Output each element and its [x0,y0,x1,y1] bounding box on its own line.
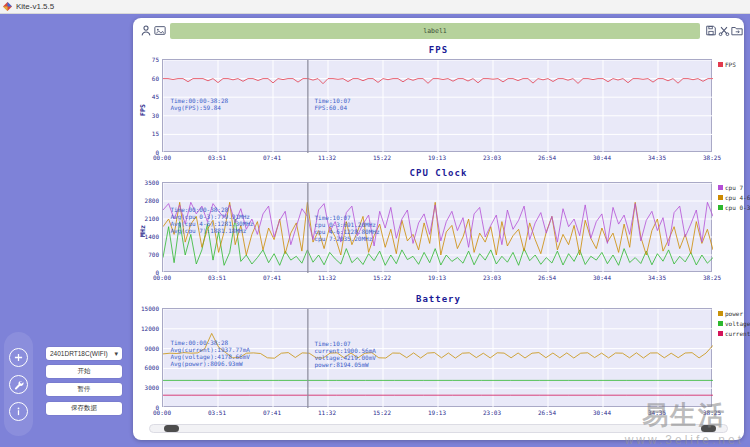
xtick-label: 19:13 [422,409,452,416]
ytick-label: 15000 [133,305,159,312]
xtick-label: 19:13 [422,274,452,281]
xtick-label: 23:03 [477,274,507,281]
xtick-label: 34:35 [642,154,672,161]
chart-title-fps: FPS [133,45,744,55]
y-axis-label-cpu-clock: MHz [139,225,147,237]
info-icon [14,407,23,416]
info-button[interactable] [9,402,28,421]
chevron-down-icon: ▾ [114,350,118,358]
add-button[interactable] [9,348,28,367]
xtick-label: 03:51 [202,274,232,281]
xtick-label: 19:13 [422,154,452,161]
xtick-label: 11:32 [312,154,342,161]
xtick-label: 26:54 [532,274,562,281]
xtick-label: 07:41 [257,274,287,281]
legend-label: cpu 4-6 [725,194,750,201]
legend-swatch [718,311,723,316]
chart-cpu-clock: CPU ClockTime:00:00-38:28Avg(cpu 0-3):77… [133,168,744,284]
xtick-label: 38:25 [697,154,727,161]
legend-item: cpu 4-6 [718,194,750,201]
main-panel: label1 FPSTime:00:00-38:28Avg(FPS):59.84… [133,18,744,440]
xtick-label: 38:25 [697,274,727,281]
xtick-label: 30:44 [587,274,617,281]
legend-label: FPS [725,61,736,68]
chart-fps: FPSTime:00:00-38:28Avg(FPS):59.84Time:10… [133,45,744,164]
plus-icon [14,353,23,362]
legend-swatch [718,185,723,190]
save-data-button[interactable]: 保存数据 [46,402,122,415]
xtick-label: 34:35 [642,409,672,416]
xtick-label: 00:00 [147,409,177,416]
legend-battery: powervoltagecurrent [718,310,750,340]
legend-swatch [718,195,723,200]
ytick-label: 75 [133,56,159,63]
xtick-label: 30:44 [587,154,617,161]
legend-label: power [725,310,743,317]
legend-label: current [725,330,750,337]
legend-fps: FPS [718,61,736,71]
ytick-label: 15 [133,130,159,137]
window-titlebar: Kite-v1.5.5 [0,0,750,14]
ytick-label: 6000 [133,364,159,371]
y-axis-label-fps: FPS [139,104,147,116]
xtick-label: 00:00 [147,274,177,281]
wrench-icon [13,379,24,390]
time-range-scrollbar[interactable] [149,424,728,433]
xtick-label: 00:00 [147,154,177,161]
start-button[interactable]: 开始 [46,365,122,378]
chart-title-battery: Battery [133,294,744,304]
xtick-label: 07:41 [257,409,287,416]
range-handle-left[interactable] [164,425,179,432]
xtick-label: 34:35 [642,274,672,281]
device-select-value: 2401DRT18C(WIFI) [50,350,108,357]
ytick-label: 2800 [133,197,159,204]
xtick-label: 30:44 [587,409,617,416]
xtick-label: 11:32 [312,409,342,416]
ytick-label: 9000 [133,345,159,352]
legend-label: voltage [725,320,750,327]
xtick-label: 07:41 [257,154,287,161]
plot-svg-cpu-clock [163,183,713,273]
ytick-label: 3000 [133,384,159,391]
legend-cpu-clock: cpu 7cpu 4-6cpu 0-3 [718,184,750,214]
xtick-label: 23:03 [477,409,507,416]
ytick-label: 12000 [133,325,159,332]
plot-area-fps[interactable]: Time:00:00-38:28Avg(FPS):59.84Time:10:07… [162,59,712,152]
legend-label: cpu 0-3 [725,204,750,211]
side-rail [4,332,33,436]
xtick-label: 03:51 [202,154,232,161]
xtick-label: 15:22 [367,154,397,161]
legend-item: cpu 7 [718,184,750,191]
legend-swatch [718,62,723,67]
xtick-label: 03:51 [202,409,232,416]
chart-battery: BatteryTime:00:00-38:28Avg(current):1937… [133,294,744,419]
xtick-label: 26:54 [532,154,562,161]
xtick-label: 23:03 [477,154,507,161]
xtick-label: 11:32 [312,274,342,281]
plot-area-cpu-clock[interactable]: Time:00:00-38:28Avg(cpu 0-3):779.91MHzAv… [162,182,712,272]
legend-item: voltage [718,320,750,327]
ytick-label: 2100 [133,215,159,222]
legend-item: cpu 0-3 [718,204,750,211]
ytick-label: 3500 [133,179,159,186]
legend-label: cpu 7 [725,184,743,191]
device-select[interactable]: 2401DRT18C(WIFI) ▾ [46,347,122,360]
chart-title-cpu-clock: CPU Clock [133,168,744,178]
plot-svg-fps [163,60,713,153]
window-title: Kite-v1.5.5 [16,2,54,11]
ytick-label: 60 [133,75,159,82]
legend-swatch [718,205,723,210]
plot-area-battery[interactable]: Time:00:00-38:28Avg(current):1937.77mAAv… [162,308,712,407]
app-background: 2401DRT18C(WIFI) ▾ 开始 暂停 保存数据 label1 [0,14,750,447]
xtick-label: 26:54 [532,409,562,416]
xtick-label: 15:22 [367,409,397,416]
ytick-label: 45 [133,93,159,100]
range-handle-right[interactable] [701,425,716,432]
legend-item: FPS [718,61,736,68]
settings-button[interactable] [9,375,28,394]
pause-button[interactable]: 暂停 [46,383,122,396]
ytick-label: 700 [133,251,159,258]
charts-area: FPSTime:00:00-38:28Avg(FPS):59.84Time:10… [133,18,744,440]
xtick-label: 15:22 [367,274,397,281]
legend-swatch [718,321,723,326]
